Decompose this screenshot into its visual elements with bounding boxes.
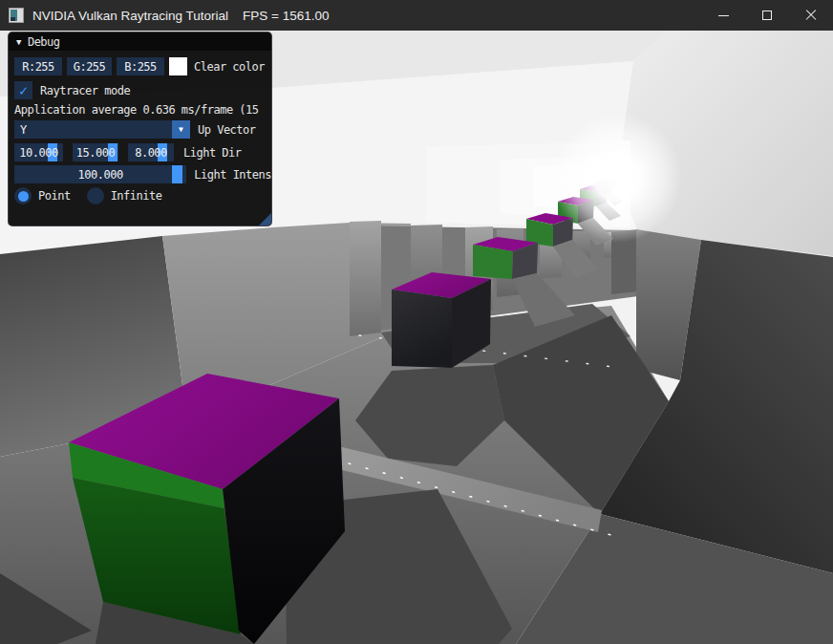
cube-small-3 [473, 237, 538, 279]
maximize-icon [762, 11, 772, 20]
light-dir-y-drag[interactable]: 15.000 [73, 143, 118, 161]
light-dir-x-drag[interactable]: 10.000 [14, 143, 63, 161]
light-type-infinite-radio[interactable] [87, 187, 104, 204]
titlebar[interactable]: NVIDIA Vulkan Raytracing Tutorial FPS = … [0, 0, 833, 31]
debug-panel: ▼ Debug R:255 G:255 B:255 Clear color ✓ [8, 32, 272, 226]
light-glow [552, 113, 682, 243]
light-type-point-radio[interactable] [14, 187, 32, 204]
light-intensity-slider[interactable]: 100.000 [14, 165, 186, 183]
clear-color-b-field[interactable]: B:255 [117, 57, 164, 75]
checkmark-icon: ✓ [19, 82, 28, 99]
light-dir-label: Light Dir [183, 146, 242, 160]
light-dir-z-drag[interactable]: 8.000 [128, 143, 174, 161]
debug-panel-titlebar[interactable]: ▼ Debug [9, 32, 271, 51]
fps-counter: FPS = 1561.00 [243, 9, 329, 23]
collapse-arrow-icon[interactable]: ▼ [16, 37, 21, 47]
maximize-button[interactable] [745, 0, 789, 31]
light-type-point-label: Point [38, 189, 71, 203]
chevron-down-icon: ▼ [179, 125, 183, 134]
clear-color-g-field[interactable]: G:255 [67, 57, 112, 75]
up-vector-label: Up Vector [198, 123, 256, 137]
app-window: NVIDIA Vulkan Raytracing Tutorial FPS = … [0, 0, 833, 644]
slider-grab[interactable] [172, 165, 182, 183]
clear-color-r-field[interactable]: R:255 [14, 57, 62, 75]
close-button[interactable] [789, 0, 833, 31]
cube-small-4 [526, 213, 573, 247]
raytracer-mode-checkbox[interactable]: ✓ [14, 81, 32, 99]
window-controls [701, 0, 833, 31]
up-vector-combo[interactable]: Y ▼ [14, 120, 190, 139]
up-vector-value: Y [20, 123, 27, 137]
raytracer-mode-label: Raytracer mode [40, 84, 130, 97]
debug-panel-title: Debug [28, 35, 60, 49]
light-type-infinite-label: Infinite [111, 189, 162, 203]
minimize-icon [718, 15, 729, 16]
clear-color-swatch[interactable] [169, 57, 187, 75]
clear-color-label: Clear color [194, 60, 265, 74]
combo-arrow-button[interactable]: ▼ [172, 120, 190, 139]
app-icon [9, 8, 24, 23]
panel-resize-grip[interactable] [259, 213, 271, 225]
close-icon [805, 10, 817, 21]
light-intensity-label: Light Intens [194, 168, 271, 182]
window-title: NVIDIA Vulkan Raytracing Tutorial [32, 9, 228, 23]
minimize-button[interactable] [701, 0, 745, 31]
frame-stats-text: Application average 0.636 ms/frame (15 [14, 103, 259, 117]
